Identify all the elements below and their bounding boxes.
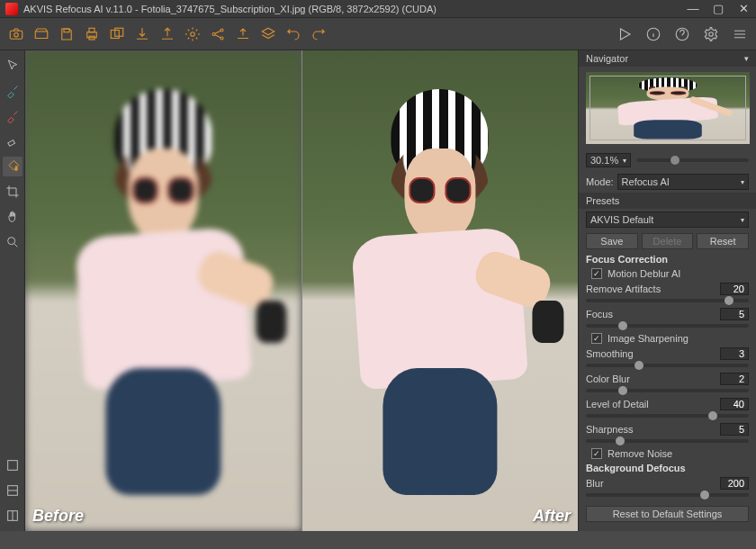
zoom-slider[interactable] [636, 158, 749, 162]
blur-slider[interactable] [586, 493, 749, 497]
after-label: After [533, 507, 571, 526]
blur-label: Blur [586, 478, 604, 489]
remove-noise-checkbox[interactable]: ✓ [591, 448, 602, 459]
focus-correction-header: Focus Correction [579, 252, 756, 266]
minimize-button[interactable]: — [686, 3, 700, 15]
sharpness-label: Sharpness [586, 424, 634, 435]
before-view: Before [25, 50, 302, 531]
motion-deblur-label: Motion Deblur AI [608, 268, 680, 279]
window-title: AKVIS Refocus AI v.11.0 - Fotolia_374767… [23, 4, 686, 14]
blur-value[interactable]: 200 [720, 477, 749, 490]
toolbar [0, 18, 756, 50]
svg-point-10 [220, 29, 223, 32]
remove-artifacts-slider[interactable] [586, 299, 749, 302]
settings-icon[interactable] [700, 23, 722, 45]
reset-button[interactable]: Reset [697, 233, 749, 249]
detail-slider[interactable] [586, 414, 749, 418]
redo-icon[interactable] [308, 23, 329, 45]
focus-value[interactable]: 5 [720, 308, 749, 320]
export-icon[interactable] [131, 23, 153, 45]
svg-point-11 [220, 37, 223, 40]
titlebar: AKVIS Refocus AI v.11.0 - Fotolia_374767… [0, 0, 756, 18]
motion-deblur-checkbox[interactable]: ✓ [591, 268, 602, 279]
zoom-tool[interactable] [3, 232, 22, 252]
presets-dropdown[interactable]: AKVIS Default▾ [586, 212, 749, 228]
remove-artifacts-label: Remove Artifacts [586, 284, 661, 294]
view-single-icon[interactable] [3, 455, 22, 475]
gear-icon[interactable] [182, 23, 203, 45]
pointer-tool[interactable] [3, 56, 22, 76]
sharpen-checkbox[interactable]: ✓ [591, 333, 602, 344]
left-toolbar [0, 50, 25, 450]
hand-tool[interactable] [3, 207, 22, 227]
run-icon[interactable] [614, 23, 635, 45]
left-toolbar-bottom [0, 450, 25, 531]
svg-rect-15 [7, 140, 14, 147]
menu-icon[interactable] [729, 23, 751, 45]
save-icon[interactable] [56, 23, 77, 45]
crop-tool[interactable] [3, 182, 22, 202]
info-icon[interactable] [643, 23, 664, 45]
app-icon [5, 3, 18, 15]
bg-defocus-header: Background Defocus [579, 461, 756, 475]
close-button[interactable]: ✕ [736, 3, 751, 15]
zoom-dropdown[interactable]: 30.1%▾ [586, 153, 631, 167]
smoothing-label: Smoothing [586, 348, 634, 359]
help-icon[interactable] [671, 23, 693, 45]
sharpness-slider[interactable] [586, 439, 749, 443]
mode-label: Mode: [586, 176, 614, 187]
bucket-tool[interactable] [3, 157, 22, 176]
layers-icon[interactable] [257, 23, 279, 45]
canvas[interactable]: Before After [25, 50, 578, 531]
svg-rect-0 [10, 31, 22, 39]
svg-rect-3 [87, 32, 97, 37]
svg-point-16 [7, 238, 14, 245]
share-icon[interactable] [207, 23, 229, 45]
maximize-button[interactable]: ▢ [711, 3, 725, 15]
detail-value[interactable]: 40 [720, 398, 749, 410]
color-blur-value[interactable]: 2 [720, 373, 749, 385]
brush-red-tool[interactable] [3, 106, 22, 126]
focus-label: Focus [586, 309, 613, 320]
brush-blue-tool[interactable] [3, 81, 22, 101]
svg-point-14 [709, 32, 714, 36]
detail-label: Level of Detail [586, 399, 649, 410]
save-button[interactable]: Save [586, 233, 638, 249]
delete-button[interactable]: Delete [642, 233, 694, 249]
view-split-h-icon[interactable] [3, 481, 22, 500]
svg-rect-4 [89, 28, 94, 32]
open-icon[interactable] [31, 23, 52, 45]
right-panel: Navigator▾ 30.1%▾ Mode: Refocus AI▾ Pres… [578, 50, 756, 531]
after-view: After [302, 50, 579, 531]
remove-noise-label: Remove Noise [608, 448, 672, 459]
svg-point-1 [14, 32, 19, 37]
undo-icon[interactable] [283, 23, 304, 45]
eraser-tool[interactable] [3, 131, 22, 151]
mode-dropdown[interactable]: Refocus AI▾ [617, 174, 749, 190]
publish-icon[interactable] [232, 23, 254, 45]
before-label: Before [32, 507, 84, 526]
color-blur-slider[interactable] [586, 389, 749, 392]
navigator-header[interactable]: Navigator▾ [579, 50, 756, 67]
focus-slider[interactable] [586, 324, 749, 328]
navigator-thumbnail[interactable] [586, 72, 750, 144]
svg-point-8 [191, 32, 195, 36]
sharpen-label: Image Sharpening [608, 333, 688, 344]
presets-header[interactable]: Presets [579, 193, 756, 209]
reset-defaults-button[interactable]: Reset to Default Settings [586, 506, 749, 522]
svg-rect-17 [7, 461, 17, 471]
print-icon[interactable] [81, 23, 103, 45]
camera-icon[interactable] [5, 23, 27, 45]
sharpness-value[interactable]: 5 [720, 423, 749, 436]
color-blur-label: Color Blur [586, 374, 630, 384]
batch-icon[interactable] [106, 23, 128, 45]
view-split-v-icon[interactable] [3, 506, 22, 526]
svg-rect-2 [64, 29, 69, 32]
svg-point-9 [212, 32, 215, 35]
smoothing-value[interactable]: 3 [720, 347, 749, 360]
remove-artifacts-value[interactable]: 20 [720, 283, 749, 295]
smoothing-slider[interactable] [586, 364, 749, 367]
import-icon[interactable] [157, 23, 178, 45]
